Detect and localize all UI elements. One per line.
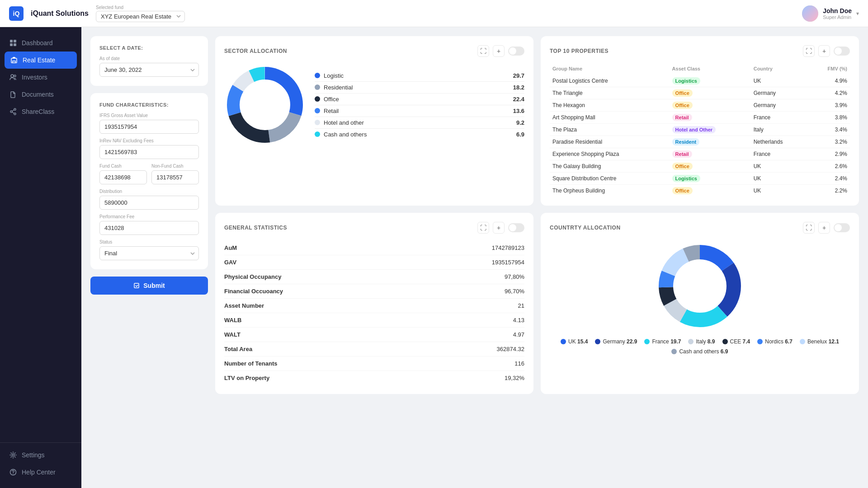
stats-card-title: GENERAL STATISTICS: [224, 225, 287, 231]
stats-label: LTV on Property: [224, 375, 269, 381]
sidebar-item-settings[interactable]: Settings: [0, 446, 81, 464]
sidebar-nav-items: Dashboard Real Estate Investors Document…: [0, 34, 81, 120]
prop-asset: Hotel and Other: [670, 124, 751, 136]
legend-label: Office: [324, 96, 339, 103]
country-label: France 19.7: [652, 338, 681, 345]
prop-asset: Office: [670, 185, 751, 197]
legend-dot: [315, 73, 320, 78]
legend-label: Retail: [324, 108, 339, 114]
user-details: John Doe Super Admin: [823, 7, 852, 20]
properties-table: Group Name Asset Class Country FMV (%) P…: [550, 64, 850, 197]
table-row: Postal Logistics Centre Logistics UK 4.9…: [550, 75, 850, 87]
country-dot: [800, 339, 805, 344]
performance-input[interactable]: [99, 221, 199, 235]
non-fund-cash-input[interactable]: [151, 170, 199, 184]
stats-row: Number of Tenants 116: [224, 357, 524, 371]
date-select[interactable]: June 30, 2022: [99, 63, 199, 77]
stats-add-btn[interactable]: +: [493, 222, 505, 234]
fund-selector[interactable]: Selected fund XYZ European Real Estate: [96, 5, 185, 22]
prop-asset: Retail: [670, 148, 751, 160]
legend-label: Cash and others: [324, 131, 367, 138]
properties-add-btn[interactable]: +: [818, 45, 830, 57]
fund-characteristics-fields: IFRS Gross Asset Value InRev NAV Excludi…: [99, 113, 199, 260]
help-icon: [9, 468, 17, 476]
stats-toggle[interactable]: [508, 223, 524, 232]
status-select[interactable]: Final: [99, 246, 199, 260]
prop-asset: Logistics: [670, 173, 751, 185]
country-toggle[interactable]: [834, 223, 850, 232]
table-row: Experience Shopping Plaza Retail France …: [550, 148, 850, 160]
country-card-title: COUNTRTY ALLOCATION: [550, 225, 621, 231]
distribution-input[interactable]: [99, 196, 199, 210]
sidebar-item-investors[interactable]: Investors: [0, 69, 81, 86]
distribution-label: Distribution: [99, 189, 199, 194]
svg-rect-13: [134, 283, 139, 288]
sidebar-item-documents[interactable]: Documents: [0, 86, 81, 103]
svg-rect-3: [14, 43, 16, 46]
sidebar-item-shareclass[interactable]: ShareClass: [0, 103, 81, 120]
stats-label: Total Area: [224, 346, 252, 352]
legend-label: Residential: [324, 84, 353, 91]
topbar: iQ iQuant Solutions Selected fund XYZ Eu…: [0, 0, 868, 27]
sector-add-btn[interactable]: +: [493, 45, 505, 57]
sidebar-item-documents-label: Documents: [22, 91, 54, 98]
legend-value: 13.6: [513, 108, 524, 114]
left-panel: SELECT A DATE: As of date June 30, 2022 …: [90, 36, 208, 479]
country-label: Germany 22.9: [603, 338, 637, 345]
country-dot: [722, 339, 728, 344]
country-label: UK 15.4: [568, 338, 588, 345]
stats-row: LTV on Property 19,32%: [224, 371, 524, 385]
prop-country: France: [751, 148, 808, 160]
submit-button[interactable]: Submit: [90, 277, 208, 295]
topbar-left: iQ iQuant Solutions Selected fund XYZ Eu…: [9, 5, 185, 22]
stats-value: 21: [518, 302, 524, 309]
country-label: CEE 7.4: [730, 338, 750, 345]
svg-rect-1: [14, 40, 16, 42]
performance-label: Performance Fee: [99, 214, 199, 219]
prop-country: UK: [751, 185, 808, 197]
sidebar-item-real-estate[interactable]: Real Estate: [5, 52, 77, 69]
fund-select-dropdown[interactable]: XYZ European Real Estate: [96, 11, 185, 22]
svg-point-8: [10, 111, 12, 113]
properties-expand-btn[interactable]: ⛶: [803, 45, 815, 57]
prop-fmv: 2.9%: [808, 148, 850, 160]
sidebar-item-dashboard[interactable]: Dashboard: [0, 34, 81, 52]
prop-asset: Office: [670, 160, 751, 173]
sidebar-divider: [0, 442, 81, 443]
col-country: Country: [751, 64, 808, 75]
legend-value: 29.7: [513, 72, 524, 79]
inrev-input[interactable]: [99, 145, 199, 159]
cash-row: Fund Cash Non-Fund Cash: [99, 164, 199, 184]
ifrs-input[interactable]: [99, 120, 199, 134]
submit-label: Submit: [143, 282, 165, 289]
sector-content: Logistic 29.7 Residential 18.2 Office 22…: [224, 64, 524, 145]
sidebar-item-real-estate-label: Real Estate: [23, 56, 55, 64]
country-expand-btn[interactable]: ⛶: [803, 222, 815, 234]
user-menu-chevron[interactable]: ▾: [856, 10, 859, 17]
prop-name: The Galaxy Building: [550, 160, 670, 173]
country-label: Benelux 12.1: [807, 338, 839, 345]
stats-value: 19,32%: [505, 375, 524, 381]
prop-name: Art Shopping Mall: [550, 112, 670, 124]
prop-asset: Office: [670, 99, 751, 112]
sector-toggle[interactable]: [508, 47, 524, 56]
legend-dot: [315, 131, 320, 137]
prop-fmv: 3.8%: [808, 112, 850, 124]
main-layout: Dashboard Real Estate Investors Document…: [0, 27, 868, 488]
stats-value: 362874.32: [497, 346, 524, 352]
country-dot: [757, 339, 763, 344]
properties-card-header: TOP 10 PROPERTIES ⛶ +: [550, 45, 850, 57]
date-section-title: SELECT A DATE:: [99, 45, 199, 51]
svg-point-9: [14, 113, 16, 115]
prop-fmv: 3.4%: [808, 124, 850, 136]
sector-expand-btn[interactable]: ⛶: [477, 45, 489, 57]
country-add-btn[interactable]: +: [818, 222, 830, 234]
country-label: Italy 8.9: [696, 338, 715, 345]
prop-name: Experience Shopping Plaza: [550, 148, 670, 160]
performance-field: Performance Fee: [99, 214, 199, 235]
fund-cash-input[interactable]: [99, 170, 147, 184]
stats-expand-btn[interactable]: ⛶: [477, 222, 489, 234]
sidebar-item-help[interactable]: Help Center: [0, 464, 81, 481]
properties-toggle[interactable]: [834, 47, 850, 56]
legend-item: Office 22.4: [315, 94, 524, 105]
